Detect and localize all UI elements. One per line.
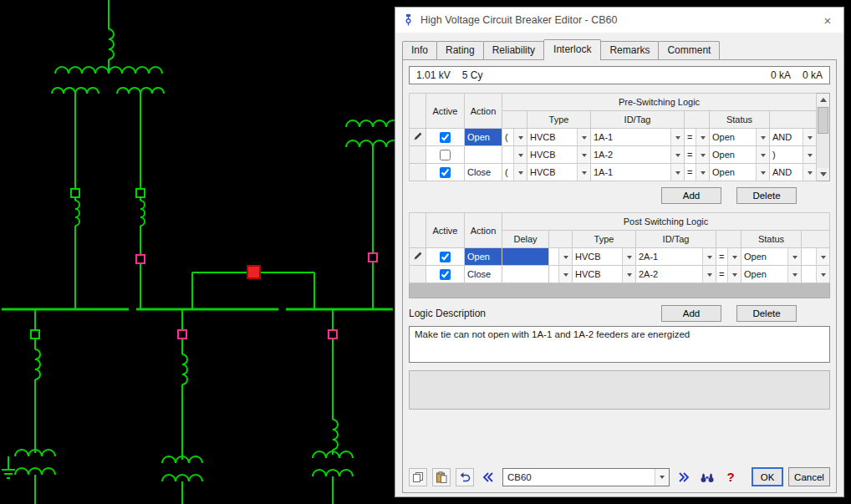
dropdown-arrow-icon[interactable] — [622, 248, 635, 265]
tab-reliability[interactable]: Reliability — [483, 41, 544, 59]
one-line-diagram[interactable] — [0, 0, 395, 504]
dropdown-arrow-icon[interactable] — [655, 469, 669, 486]
dropdown-arrow-icon[interactable] — [702, 248, 716, 265]
post-status-cell[interactable]: Open — [741, 266, 802, 283]
dropdown-arrow-icon[interactable] — [670, 146, 684, 163]
post-status-cell[interactable]: Open — [741, 248, 802, 266]
pre-eq-cell[interactable]: = — [685, 146, 710, 164]
pre-logic-cell[interactable]: ) — [770, 146, 817, 164]
element-selector-combo[interactable]: CB60 — [502, 468, 670, 486]
find-button[interactable] — [698, 468, 716, 486]
pre-active-checkbox[interactable] — [440, 150, 451, 160]
pre-active-checkbox[interactable] — [440, 167, 451, 178]
pre-row-selector[interactable] — [410, 129, 426, 146]
dropdown-arrow-icon[interactable] — [787, 248, 801, 265]
prev-element-button[interactable] — [479, 468, 497, 486]
post-delay-cell[interactable] — [502, 248, 549, 266]
dropdown-arrow-icon[interactable] — [696, 164, 709, 181]
pre-delete-button[interactable]: Delete — [736, 187, 797, 204]
dropdown-arrow-icon[interactable] — [558, 248, 572, 265]
next-element-button[interactable] — [675, 468, 693, 486]
post-unit-cell[interactable] — [549, 266, 573, 283]
pre-idtag-cell[interactable]: 1A-1 — [591, 164, 685, 181]
dropdown-arrow-icon[interactable] — [622, 266, 635, 283]
pre-row-selector[interactable] — [410, 164, 426, 181]
post-active-checkbox[interactable] — [440, 269, 451, 280]
post-add-button[interactable]: Add — [661, 305, 721, 322]
pre-logic-cell[interactable]: AND — [770, 164, 817, 181]
scroll-down-icon[interactable] — [817, 168, 829, 181]
pre-grid-scrollbar[interactable] — [817, 93, 830, 181]
pre-paren-cell[interactable]: ( — [502, 129, 527, 146]
pre-type-cell[interactable]: HVCB — [527, 164, 591, 181]
pre-idtag-cell[interactable]: 1A-2 — [591, 146, 685, 164]
pre-idtag-cell[interactable]: 1A-1 — [591, 129, 685, 146]
pre-active-checkbox[interactable] — [440, 132, 451, 143]
dropdown-arrow-icon[interactable] — [670, 129, 684, 145]
pre-add-button[interactable]: Add — [661, 187, 721, 204]
dropdown-arrow-icon[interactable] — [756, 129, 769, 145]
post-row-selector[interactable] — [410, 248, 426, 266]
dropdown-arrow-icon[interactable] — [816, 266, 829, 283]
scroll-thumb[interactable] — [818, 107, 828, 134]
dropdown-arrow-icon[interactable] — [513, 129, 527, 145]
ok-button[interactable]: OK — [752, 467, 783, 486]
post-eq-cell[interactable]: = — [716, 248, 741, 266]
pre-logic-cell[interactable]: AND — [770, 129, 817, 146]
dropdown-arrow-icon[interactable] — [577, 129, 590, 145]
dropdown-arrow-icon[interactable] — [727, 248, 741, 265]
undo-button[interactable] — [456, 468, 474, 486]
dropdown-arrow-icon[interactable] — [756, 146, 769, 163]
post-idtag-cell[interactable]: 2A-1 — [636, 248, 716, 266]
logic-description-text[interactable]: Make tie can not open with 1A-1 and 1A-2… — [409, 326, 830, 363]
pre-row-selector[interactable] — [410, 146, 426, 164]
post-action-cell[interactable]: Open — [465, 248, 502, 266]
dropdown-arrow-icon[interactable] — [577, 146, 590, 163]
pre-action-cell[interactable]: Open — [465, 129, 502, 146]
pre-status-cell[interactable]: Open — [710, 164, 770, 181]
post-type-cell[interactable]: HVCB — [573, 266, 636, 283]
dropdown-arrow-icon[interactable] — [803, 146, 816, 163]
post-logic-cell[interactable] — [802, 266, 830, 283]
dropdown-arrow-icon[interactable] — [670, 164, 684, 181]
tab-comment[interactable]: Comment — [658, 41, 720, 59]
dropdown-arrow-icon[interactable] — [787, 266, 801, 283]
pre-type-cell[interactable]: HVCB — [527, 129, 591, 146]
post-type-cell[interactable]: HVCB — [573, 248, 636, 266]
pre-eq-cell[interactable]: = — [685, 164, 710, 181]
pre-eq-cell[interactable]: = — [685, 129, 710, 146]
post-active-checkbox[interactable] — [440, 252, 451, 262]
dropdown-arrow-icon[interactable] — [727, 266, 741, 283]
dropdown-arrow-icon[interactable] — [513, 164, 527, 181]
help-button[interactable]: ? — [721, 468, 740, 486]
pre-paren-cell[interactable]: ( — [502, 164, 527, 181]
dropdown-arrow-icon[interactable] — [816, 248, 829, 265]
dropdown-arrow-icon[interactable] — [513, 146, 527, 163]
scroll-up-icon[interactable] — [817, 94, 829, 106]
dropdown-arrow-icon[interactable] — [702, 266, 716, 283]
dropdown-arrow-icon[interactable] — [803, 164, 816, 181]
post-idtag-cell[interactable]: 2A-2 — [636, 266, 716, 283]
pre-paren-cell[interactable] — [502, 146, 527, 164]
post-action-cell[interactable]: Close — [465, 266, 502, 283]
post-unit-cell[interactable] — [549, 248, 573, 266]
tab-info[interactable]: Info — [402, 41, 437, 59]
scroll-track[interactable] — [817, 106, 829, 168]
pre-status-cell[interactable]: Open — [710, 129, 770, 146]
dropdown-arrow-icon[interactable] — [803, 129, 816, 145]
tab-interlock[interactable]: Interlock — [543, 39, 601, 60]
dropdown-arrow-icon[interactable] — [756, 164, 769, 181]
tab-remarks[interactable]: Remarks — [600, 41, 659, 59]
pre-status-cell[interactable]: Open — [710, 146, 770, 164]
dropdown-arrow-icon[interactable] — [696, 129, 709, 145]
post-delay-cell[interactable] — [502, 266, 549, 283]
cancel-button[interactable]: Cancel — [788, 467, 830, 486]
pre-type-cell[interactable]: HVCB — [527, 146, 591, 164]
post-eq-cell[interactable]: = — [716, 266, 741, 283]
paste-button[interactable] — [432, 468, 451, 486]
secondary-description-box[interactable] — [409, 370, 830, 410]
tab-rating[interactable]: Rating — [436, 41, 484, 59]
pre-action-cell[interactable] — [465, 146, 502, 164]
dropdown-arrow-icon[interactable] — [577, 164, 590, 181]
copy-button[interactable] — [409, 468, 427, 486]
